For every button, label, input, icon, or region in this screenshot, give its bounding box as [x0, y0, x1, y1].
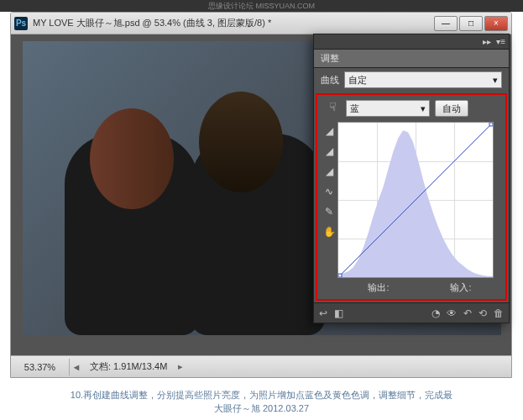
- minimize-button[interactable]: —: [434, 16, 458, 31]
- caption-line1: 10.再创建曲线调整，分别提高些照片亮度，为照片增加点蓝色及黄色色调，调整细节，…: [0, 388, 523, 402]
- clip-icon[interactable]: ◔: [431, 307, 440, 319]
- source-watermark: 思缘设计论坛 MISSYUAN.COM: [0, 0, 523, 12]
- eyedropper-black-icon[interactable]: ◢: [322, 125, 336, 139]
- io-readout: 输出: 输入:: [321, 278, 502, 296]
- preset-value: 自定: [348, 74, 367, 87]
- status-bar: 53.37% ◄ 文档: 1.91M/13.4M ▸: [11, 355, 511, 377]
- chevron-down-icon: ▾: [421, 103, 426, 114]
- document-info: 文档: 1.91M/13.4M: [83, 360, 174, 373]
- tutorial-caption: 10.再创建曲线调整，分别提高些照片亮度，为照片增加点蓝色及黄色色调，调整细节，…: [0, 388, 523, 415]
- curve-tools: ◢ ◢ ◢ ∿ ✎ ✋: [321, 122, 337, 278]
- titlebar: Ps MY LOVE 大眼仔～旭.psd @ 53.4% (曲线 3, 图层蒙版…: [11, 13, 511, 34]
- caption-line2: 大眼仔～旭 2012.03.27: [0, 402, 523, 415]
- auto-button[interactable]: 自动: [435, 100, 468, 117]
- window-buttons: — □ ×: [434, 16, 508, 31]
- output-label: 输出:: [368, 281, 389, 294]
- maximize-button[interactable]: □: [459, 16, 483, 31]
- scroll-left-icon[interactable]: ◄: [70, 362, 83, 372]
- curve-point-icon[interactable]: ∿: [322, 186, 336, 199]
- input-label: 输入:: [450, 281, 471, 294]
- curve-graph[interactable]: [337, 122, 494, 278]
- channel-row: ☟ 蓝▾ 自动: [321, 98, 502, 118]
- chevron-down-icon: ▾: [493, 75, 498, 86]
- head-left: [90, 108, 174, 209]
- adjustments-panel: ▸▸ ▾≡ 调整 曲线 自定▾ ☟ 蓝▾ 自动 ◢ ◢ ◢ ∿ ✎ ✋: [313, 34, 510, 323]
- document-title: MY LOVE 大眼仔～旭.psd @ 53.4% (曲线 3, 图层蒙版/8)…: [33, 17, 434, 29]
- app-icon: Ps: [14, 17, 28, 30]
- svg-line-1: [338, 123, 493, 277]
- previous-icon[interactable]: ↶: [463, 307, 472, 319]
- curve-draw-icon[interactable]: ✎: [322, 206, 336, 219]
- svg-rect-3: [489, 123, 493, 126]
- eyedropper-white-icon[interactable]: ◢: [322, 165, 336, 179]
- svg-rect-2: [338, 274, 342, 277]
- channel-select[interactable]: 蓝▾: [346, 100, 430, 117]
- curve-editor: ◢ ◢ ◢ ∿ ✎ ✋: [321, 122, 502, 278]
- trash-icon[interactable]: 🗑: [494, 307, 504, 319]
- close-button[interactable]: ×: [484, 16, 508, 31]
- reset-icon[interactable]: ⟲: [479, 307, 487, 319]
- panel-tab-adjustments[interactable]: 调整: [314, 50, 509, 68]
- head-right: [199, 92, 283, 192]
- visibility-icon[interactable]: 👁: [447, 307, 457, 319]
- highlighted-section: ☟ 蓝▾ 自动 ◢ ◢ ◢ ∿ ✎ ✋: [316, 93, 507, 301]
- channel-value: 蓝: [350, 102, 359, 115]
- adjustment-type-row: 曲线 自定▾: [314, 68, 509, 92]
- info-more-icon[interactable]: ▸: [174, 361, 187, 372]
- panel-header: ▸▸ ▾≡: [314, 34, 509, 50]
- panel-menu-icon[interactable]: ▾≡: [496, 37, 505, 46]
- return-icon[interactable]: ↩: [319, 307, 327, 319]
- zoom-level[interactable]: 53.37%: [11, 359, 70, 375]
- eyedropper-gray-icon[interactable]: ◢: [322, 145, 336, 159]
- hand-tool-icon[interactable]: ✋: [322, 226, 336, 239]
- collapse-icon[interactable]: ▸▸: [483, 37, 491, 46]
- panel-footer: ↩ ◧ ◔ 👁 ↶ ⟲ 🗑: [314, 302, 509, 323]
- curve-line: [338, 123, 493, 277]
- adjustment-type-label: 曲线: [321, 74, 339, 87]
- targeted-adjust-icon[interactable]: ☟: [324, 100, 341, 117]
- expand-icon[interactable]: ◧: [334, 307, 343, 319]
- preset-select[interactable]: 自定▾: [344, 71, 502, 88]
